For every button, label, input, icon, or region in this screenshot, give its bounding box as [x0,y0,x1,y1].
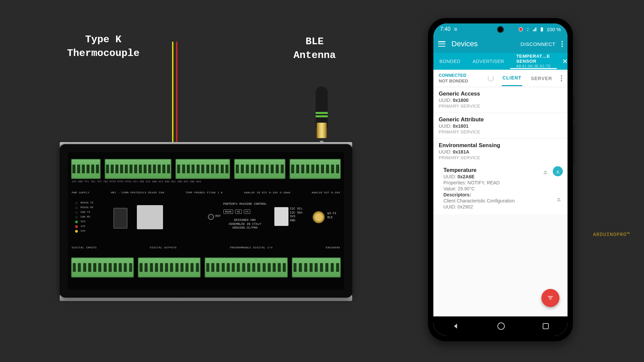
connection-state: CONNECTED [439,73,468,78]
connection-row: CONNECTED NOT BONDED CLIENT SERVER [433,70,568,87]
reset-label: RST [215,215,221,219]
tab-advertiser[interactable]: ADVERTISER [467,59,510,64]
wifi-ble-sma [313,211,325,223]
reset-button [208,214,214,220]
status-led-label: CAN RX [80,215,90,218]
status-led-label: 3V3 [80,220,85,223]
tab-bonded[interactable]: BONDED [433,59,467,64]
battery-icon [539,27,544,32]
status-led [75,216,78,219]
status-led-label: 12V [80,225,85,228]
status-led [75,225,78,228]
subtab-server[interactable]: SERVER [530,71,553,86]
loading-spinner-icon [488,75,494,81]
target-icon [453,27,458,32]
usb-port [113,208,127,229]
phone-camera [497,26,504,33]
disconnect-button[interactable]: DISCONNECT [521,41,555,47]
terminal-row-bottom [71,257,341,278]
app-bar: Devices DISCONNECT BONDED ADVERTISER TEM… [433,35,568,70]
nav-recents-icon[interactable] [543,323,549,329]
portenta-machine-control-board: PWR SUPPLY HMI - COMM PROTOCOLS RS485 CA… [60,144,352,298]
service-environmental-sensing[interactable]: Environmental Sensing UUID: 0x181A PRIMA… [433,139,568,164]
download-icon[interactable] [542,168,549,175]
top-section-labels: PWR SUPPLY HMI - COMM PROTOCOLS RS485 CA… [72,191,340,196]
device-tabs: BONDED ADVERTISER TEMPERAT…E SENSOR A8:6… [433,53,568,70]
antenna-label: BLE Antenna [293,35,336,62]
status-time: 7:40 [440,26,450,32]
design-note: DESIGNED AND ASSEMBLED IN ITALY ARDUINO.… [218,219,272,230]
status-led-label: CAN TX [80,210,90,214]
characteristic-temperature[interactable]: Temperature UUID: 0x2A6E Properties: NOT… [433,164,568,214]
status-led-label: RS485 RX [80,206,93,209]
signal-icon [532,27,537,32]
svg-point-2 [519,27,523,31]
phone-mockup: 7:40 100 % Devices DISCONNECT [428,18,573,341]
record-icon [518,27,523,32]
antenna-sma-connector [317,123,327,138]
battery-text: 100 % [546,26,561,32]
status-led [75,202,78,204]
status-led [75,211,78,214]
service-generic-attribute[interactable]: Generic Attribute UUID: 0x1801 PRIMARY S… [433,113,568,139]
notify-toggle-icon[interactable] [553,166,563,176]
svg-point-1 [455,29,456,30]
service-list: Generic Access UUID: 0x1800 PRIMARY SERV… [433,87,568,214]
android-nav-bar [433,316,568,336]
thermocouple-label: Type K Thermocouple [67,33,140,60]
sma-side-labels: WI-FI BLE [327,212,336,220]
status-led [75,221,78,223]
nav-back-icon[interactable] [452,322,460,330]
subtab-client[interactable]: CLIENT [502,70,522,86]
ic-chip [274,207,288,226]
phone-side-button [573,125,575,166]
status-led-label: RS485 TX [80,201,93,204]
top-pin-labels: 24V GND TP1 TN1 TP2 TN2 RTD3 RTD2 RTD1 A… [72,180,340,185]
overflow-menu-icon[interactable] [561,41,563,47]
phone-side-button [573,95,575,119]
filter-list-icon [547,294,554,302]
compliance-badges: RoHS CE FC [223,209,250,214]
arduino-pro-brand: ARDUINOPRO™ [593,232,630,238]
fab-button[interactable] [541,289,559,307]
hamburger-icon[interactable] [438,41,445,47]
wifi-icon [525,27,530,32]
status-led [75,206,78,209]
overflow-menu-icon[interactable] [561,75,562,81]
download-icon[interactable] [555,195,562,202]
temperature-value: 29.90°C [458,186,475,191]
ic-side-labels: I2C SCL I2C SDA 3V3 GND [290,207,303,223]
status-led [75,230,78,233]
service-generic-access[interactable]: Generic Access UUID: 0x1800 PRIMARY SERV… [433,87,568,113]
status-led-label: 24V [80,229,85,232]
ethernet-port [137,205,163,229]
terminal-row-top [71,159,341,179]
close-tab-icon[interactable]: ✕ [557,57,568,65]
nav-home-icon[interactable] [497,322,505,330]
bond-state: NOT BONDED [439,78,468,84]
bottom-section-labels: DIGITAL INPUTS DIGITAL OUTPUTS PROGRAMMA… [72,246,340,251]
board-model: PORTENTA MACHINE CONTROL [215,202,275,206]
tab-device[interactable]: TEMPERAT…E SENSOR A8:61:0A:3E:62:7D [510,54,557,69]
app-title: Devices [451,40,515,48]
